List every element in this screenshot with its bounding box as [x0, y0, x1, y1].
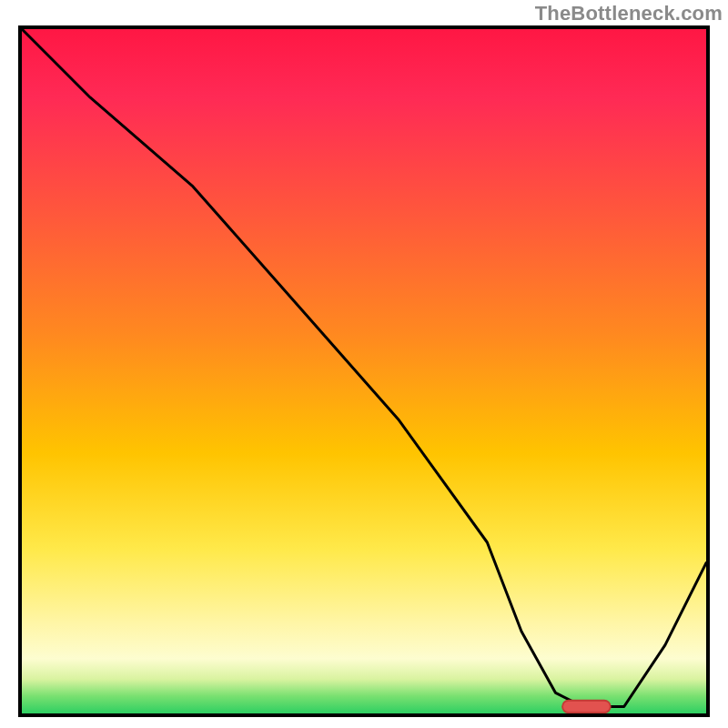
svg-rect-0 [562, 701, 611, 713]
bottleneck-chart: TheBottleneck.com [0, 0, 728, 728]
plot-frame [18, 25, 710, 717]
watermark-text: TheBottleneck.com [535, 2, 723, 25]
optimum-marker [22, 29, 706, 713]
